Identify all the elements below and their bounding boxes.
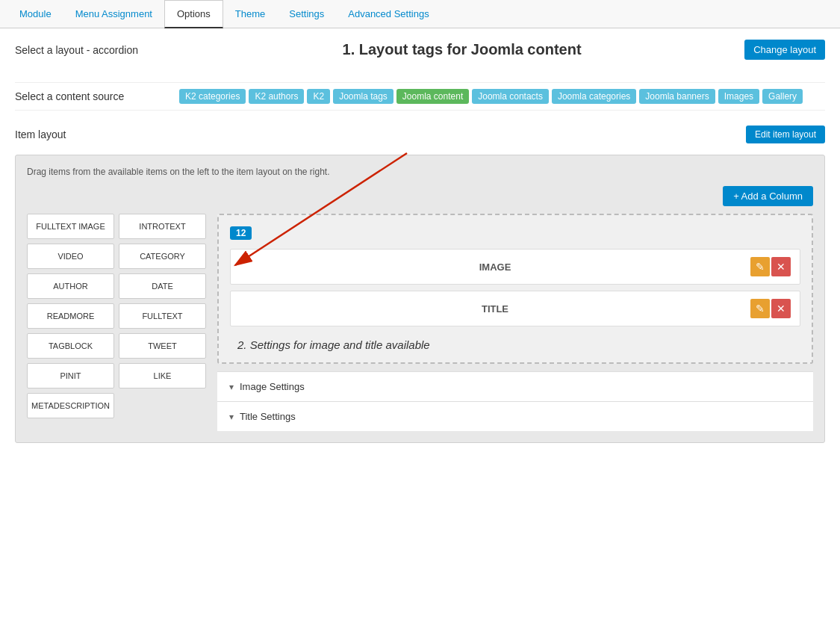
available-items: FULLTEXT IMAGE INTROTEXT VIDEO CATEGORY … bbox=[27, 214, 206, 431]
page-wrapper: Module Menu Assignment Options Theme Set… bbox=[0, 0, 840, 454]
settings-section-image: ▾ Image Settings bbox=[217, 371, 813, 401]
delete-image-button[interactable]: ✕ bbox=[771, 257, 791, 276]
tag-k2-categories[interactable]: K2 categories bbox=[179, 89, 246, 104]
tab-bar: Module Menu Assignment Options Theme Set… bbox=[0, 0, 840, 28]
tab-menu-assignment[interactable]: Menu Assignment bbox=[63, 1, 164, 28]
change-layout-button[interactable]: Change layout bbox=[744, 40, 825, 60]
delete-title-button[interactable]: ✕ bbox=[771, 299, 791, 318]
item-category[interactable]: CATEGORY bbox=[119, 244, 206, 269]
settings-section-title-header[interactable]: ▾ Title Settings bbox=[229, 411, 801, 422]
item-row-6: PINIT LIKE bbox=[27, 363, 206, 388]
tag-joomla-contacts[interactable]: Joomla contacts bbox=[472, 89, 549, 104]
tag-gallery[interactable]: Gallery bbox=[762, 89, 803, 104]
layout-item-title-label: TITLE bbox=[240, 303, 750, 315]
item-row-1: FULLTEXT IMAGE INTROTEXT bbox=[27, 214, 206, 239]
item-video[interactable]: VIDEO bbox=[27, 244, 114, 269]
drop-area: 12 IMAGE ✎ ✕ TITLE ✎ ✕ bbox=[217, 214, 813, 431]
item-image-actions: ✎ ✕ bbox=[750, 257, 791, 276]
annotation-2-text: 2. Settings for image and title availabl… bbox=[237, 338, 430, 351]
tag-k2[interactable]: K2 bbox=[307, 89, 330, 104]
drop-column[interactable]: 12 IMAGE ✎ ✕ TITLE ✎ ✕ bbox=[217, 214, 813, 364]
content-source-tags: K2 categories K2 authors K2 Joomla tags … bbox=[179, 89, 825, 104]
item-row-5: TAGBLOCK TWEET bbox=[27, 333, 206, 359]
tab-theme[interactable]: Theme bbox=[223, 1, 277, 28]
settings-section-title: ▾ Title Settings bbox=[217, 401, 813, 431]
layout-item-image-label: IMAGE bbox=[240, 261, 750, 273]
item-readmore[interactable]: READMORE bbox=[27, 303, 114, 329]
layout-item-image: IMAGE ✎ ✕ bbox=[230, 249, 800, 285]
item-introtext[interactable]: INTROTEXT bbox=[119, 214, 206, 239]
item-metadescription[interactable]: METADESCRIPTION bbox=[27, 393, 114, 418]
tag-k2-authors[interactable]: K2 authors bbox=[249, 89, 304, 104]
row-layout: Select a layout - accordion 1. Layout ta… bbox=[15, 40, 825, 67]
column-badge: 12 bbox=[230, 226, 252, 240]
item-date[interactable]: DATE bbox=[119, 273, 206, 299]
row-item-layout: Item layout Edit item layout bbox=[15, 126, 825, 143]
settings-sections: ▾ Image Settings ▾ Title Settings bbox=[217, 371, 813, 431]
layout-title: 1. Layout tags for Joomla content bbox=[179, 41, 744, 58]
tab-options[interactable]: Options bbox=[164, 0, 223, 28]
drag-hint: Drag items from the available items on t… bbox=[27, 167, 813, 177]
content-source-label: Select a content source bbox=[15, 90, 179, 102]
item-tweet[interactable]: TWEET bbox=[119, 333, 206, 359]
item-fulltext[interactable]: FULLTEXT bbox=[119, 303, 206, 329]
settings-section-title-label: Title Settings bbox=[240, 411, 296, 422]
settings-section-image-header[interactable]: ▾ Image Settings bbox=[229, 381, 801, 392]
item-tagblock[interactable]: TAGBLOCK bbox=[27, 333, 114, 359]
edit-title-button[interactable]: ✎ bbox=[750, 299, 770, 318]
layout-editor: Drag items from the available items on t… bbox=[15, 155, 825, 443]
add-column-button[interactable]: + Add a Column bbox=[723, 186, 813, 206]
item-pinit[interactable]: PINIT bbox=[27, 363, 114, 388]
tag-joomla-categories[interactable]: Joomla categories bbox=[552, 89, 636, 104]
item-row-7: METADESCRIPTION bbox=[27, 393, 206, 418]
item-row-3: AUTHOR DATE bbox=[27, 273, 206, 299]
item-row-4: READMORE FULLTEXT bbox=[27, 303, 206, 329]
settings-section-image-label: Image Settings bbox=[240, 381, 305, 392]
chevron-image-icon: ▾ bbox=[229, 382, 234, 392]
editor-toolbar: + Add a Column bbox=[27, 186, 813, 206]
tab-settings[interactable]: Settings bbox=[277, 1, 336, 28]
row-content-source: Select a content source K2 categories K2… bbox=[15, 82, 825, 111]
item-fulltext-image[interactable]: FULLTEXT IMAGE bbox=[27, 214, 114, 239]
tab-advanced-settings[interactable]: Advanced Settings bbox=[336, 1, 441, 28]
item-layout-label: Item layout bbox=[15, 128, 66, 140]
item-like[interactable]: LIKE bbox=[119, 363, 206, 388]
main-content: Select a layout - accordion 1. Layout ta… bbox=[0, 28, 840, 454]
item-title-actions: ✎ ✕ bbox=[750, 299, 791, 318]
edit-image-button[interactable]: ✎ bbox=[750, 257, 770, 276]
tag-joomla-banners[interactable]: Joomla banners bbox=[639, 89, 715, 104]
edit-item-layout-button[interactable]: Edit item layout bbox=[746, 126, 825, 143]
tag-joomla-tags[interactable]: Joomla tags bbox=[333, 89, 393, 104]
select-layout-label: Select a layout - accordion bbox=[15, 44, 179, 56]
item-row-2: VIDEO CATEGORY bbox=[27, 244, 206, 269]
tag-joomla-content[interactable]: Joomla content bbox=[396, 89, 469, 104]
layout-item-title: TITLE ✎ ✕ bbox=[230, 291, 800, 326]
editor-body: FULLTEXT IMAGE INTROTEXT VIDEO CATEGORY … bbox=[27, 214, 813, 431]
tag-images[interactable]: Images bbox=[718, 89, 759, 104]
tab-module[interactable]: Module bbox=[7, 1, 63, 28]
item-author[interactable]: AUTHOR bbox=[27, 273, 114, 299]
chevron-title-icon: ▾ bbox=[229, 412, 234, 422]
